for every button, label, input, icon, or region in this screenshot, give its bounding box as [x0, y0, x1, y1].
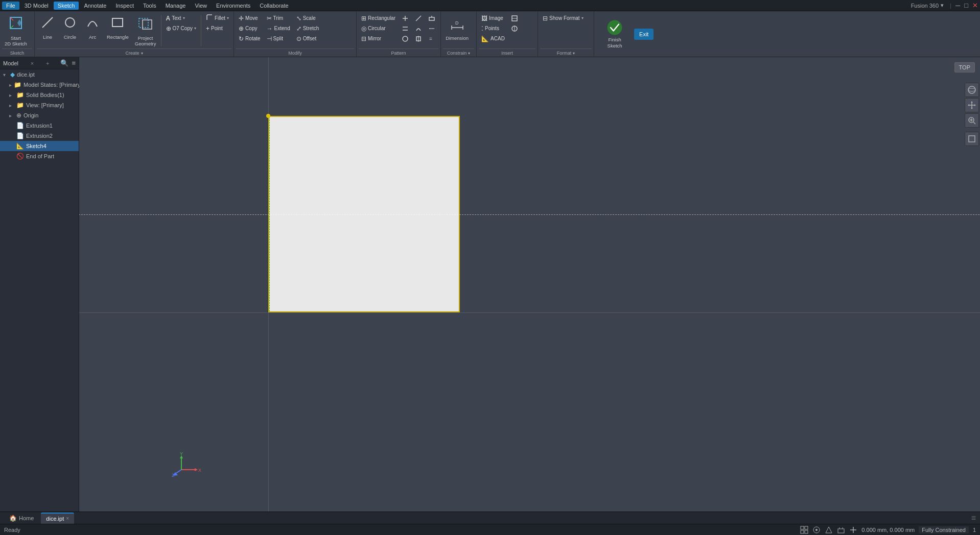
status-icon3[interactable]: [825, 526, 833, 534]
point-button[interactable]: + Point: [203, 23, 231, 33]
constrain-btn8[interactable]: [426, 23, 438, 33]
menu-3dmodel[interactable]: 3D Model: [20, 2, 53, 10]
line-button[interactable]: Line: [37, 13, 58, 46]
viewport-top-label[interactable]: TOP: [954, 62, 975, 72]
extrusion2-icon: 📄: [16, 132, 24, 139]
menu-file[interactable]: File: [2, 2, 19, 10]
menu-manage[interactable]: Manage: [161, 2, 190, 10]
acad-button[interactable]: 📐 ACAD: [479, 34, 507, 43]
zoom-icon-btn[interactable]: [965, 113, 979, 128]
acad-label: ACAD: [491, 36, 505, 41]
model-tab-add[interactable]: +: [46, 60, 49, 66]
dice-ipt-tab[interactable]: dice.ipt ×: [41, 513, 74, 524]
pan-icon: [967, 101, 976, 110]
circle-button[interactable]: Circle: [59, 13, 81, 46]
menu-sketch[interactable]: Sketch: [54, 2, 79, 10]
model-tab[interactable]: Model: [3, 60, 18, 66]
sidebar-search-icon[interactable]: 🔍: [60, 59, 68, 67]
status-snap-icon[interactable]: [812, 526, 821, 534]
constrain-btn3[interactable]: [399, 34, 411, 43]
status-icon4[interactable]: [837, 526, 845, 534]
rectangular-button[interactable]: ⊞ Rectangular: [359, 13, 398, 23]
insert-btn3[interactable]: [508, 23, 521, 33]
minimize-icon[interactable]: ─: [955, 2, 960, 9]
tree-item-view[interactable]: ▸ 📁 View: [Primary]: [0, 100, 79, 110]
model-tab-close[interactable]: ×: [31, 60, 34, 66]
rectangle-button[interactable]: Rectangle: [104, 13, 131, 46]
exit-button[interactable]: Exit: [634, 29, 654, 40]
extend-label: Extend: [274, 26, 290, 31]
view-icon: 📁: [16, 102, 24, 109]
extend-button[interactable]: → Extend: [264, 23, 293, 33]
constrain-btn6[interactable]: [412, 34, 425, 43]
start-2d-sketch-button[interactable]: Start2D Sketch: [2, 13, 30, 46]
tree-item-origin[interactable]: ▸ ⊕ Origin: [0, 110, 79, 120]
copy-button[interactable]: ⊕ O7 Copy ▾: [164, 23, 199, 33]
split-button[interactable]: ⊣ Split: [264, 34, 293, 43]
insert-btn2[interactable]: [508, 13, 521, 23]
status-icon5[interactable]: [849, 526, 857, 534]
menu-inspect[interactable]: Inspect: [112, 2, 138, 10]
image-button[interactable]: 🖼 Image: [479, 13, 507, 23]
trim-button[interactable]: ✂ Trim: [264, 13, 293, 23]
menu-environments[interactable]: Environments: [212, 2, 254, 10]
ribbon-section-format: ⊟ Show Format ▾ Format ▾: [538, 11, 594, 57]
tabs-menu-icon[interactable]: ≡: [971, 514, 976, 523]
constrain-btn5[interactable]: [412, 23, 425, 33]
create-dropdown-icon[interactable]: ▾: [141, 51, 143, 56]
tree-item-end-of-part[interactable]: ▸ 🚫 End of Part: [0, 151, 79, 161]
ribbon-section-pattern: ⊞ Rectangular ◎ Circular ⊟ Mirror: [357, 11, 441, 57]
pattern-col4: =: [426, 13, 438, 43]
menu-tools[interactable]: Tools: [139, 2, 160, 10]
circle-icon: [63, 15, 77, 33]
constrain-btn9[interactable]: =: [426, 34, 438, 43]
sidebar-header: Model × + 🔍 ≡: [0, 57, 79, 69]
tree-item-extrusion1[interactable]: ▸ 📄 Extrusion1: [0, 120, 79, 131]
menu-collaborate[interactable]: Collaborate: [255, 2, 292, 10]
status-constraint-label: Fully Constrained: [919, 526, 969, 533]
maximize-icon[interactable]: □: [964, 2, 968, 9]
constrain-dropdown-icon[interactable]: ▾: [468, 51, 470, 56]
text-button[interactable]: A Text ▾: [164, 13, 199, 23]
orbit-icon-btn[interactable]: [965, 83, 979, 97]
status-grid-icon[interactable]: [800, 526, 808, 534]
menu-annotate[interactable]: Annotate: [80, 2, 110, 10]
show-format-button[interactable]: ⊟ Show Format ▾: [540, 13, 586, 23]
dimension-button[interactable]: D Dimension: [443, 13, 471, 46]
copy-modify-button[interactable]: ⊕ Copy: [236, 23, 263, 33]
pan-icon-btn[interactable]: [965, 98, 979, 112]
tab-close-icon[interactable]: ×: [66, 516, 69, 521]
rotate-button[interactable]: ↻ Rotate: [236, 34, 263, 43]
circular-button[interactable]: ◎ Circular: [359, 23, 398, 33]
stretch-button[interactable]: ⤢ Stretch: [294, 23, 322, 33]
offset-button[interactable]: ⊙ Offset: [294, 34, 322, 43]
close-icon[interactable]: ✕: [972, 2, 978, 9]
tree-item-extrusion2[interactable]: ▸ 📄 Extrusion2: [0, 131, 79, 141]
constrain-btn2[interactable]: [399, 23, 411, 33]
arc-button[interactable]: Arc: [82, 13, 103, 46]
viewport-right-icons: [965, 83, 979, 146]
fit-icon-btn[interactable]: [965, 132, 979, 146]
tree-item-sketch4[interactable]: ▸ 📐 Sketch4: [0, 141, 79, 151]
home-tab-icon: 🏠: [9, 515, 17, 522]
move-button[interactable]: ✛ Move: [236, 13, 263, 23]
points-button[interactable]: ⁚ Points: [479, 23, 507, 33]
menu-view[interactable]: View: [191, 2, 211, 10]
dice-item-icon: ◆: [10, 71, 15, 78]
scale-button[interactable]: ⤡ Scale: [294, 13, 322, 23]
constrain-btn1[interactable]: [399, 13, 411, 23]
sidebar-menu-icon[interactable]: ≡: [72, 59, 76, 67]
constrain-btn4[interactable]: [412, 13, 425, 23]
finish-sketch-button[interactable]: FinishSketch: [599, 16, 630, 52]
viewport[interactable]: TOP: [79, 57, 980, 512]
constrain-btn7[interactable]: [426, 13, 438, 23]
mirror-button[interactable]: ⊟ Mirror: [359, 34, 398, 43]
tree-item-solid-bodies[interactable]: ▸ 📁 Solid Bodies(1): [0, 90, 79, 100]
home-tab[interactable]: 🏠 Home: [4, 513, 39, 524]
finish-sketch-checkmark-icon: [606, 19, 623, 36]
fillet-button[interactable]: Fillet ▾: [203, 13, 231, 23]
project-geometry-button[interactable]: ProjectGeometry: [132, 13, 159, 46]
tree-item-model-states[interactable]: ▸ 📁 Model States: [Primary]: [0, 80, 79, 90]
tree-item-dice[interactable]: ▾ ◆ dice.ipt: [0, 69, 79, 80]
format-dropdown-icon[interactable]: ▾: [573, 51, 575, 56]
